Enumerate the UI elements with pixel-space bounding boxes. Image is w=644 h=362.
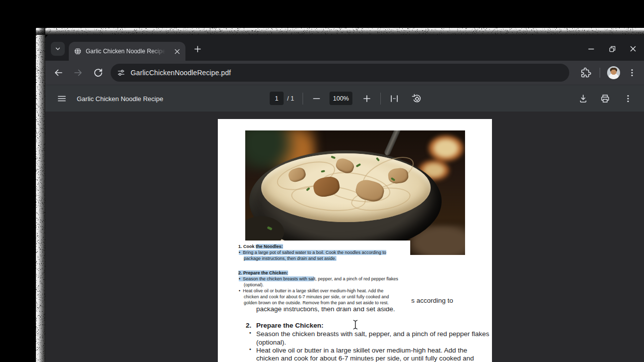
fit-width-icon — [389, 94, 399, 104]
preview-line: chicken and cook for about 6-7 minutes p… — [244, 294, 389, 300]
extensions-button[interactable] — [580, 67, 592, 79]
pdf-viewport[interactable]: s according to package instructions, the… — [45, 112, 644, 362]
chevron-down-icon — [54, 45, 61, 52]
screenshot-stage: Garlic Chicken Noodle Recipe — [0, 0, 644, 362]
minimize-icon — [588, 45, 595, 52]
download-icon — [578, 94, 588, 104]
forward-arrow-icon — [73, 68, 83, 78]
pdf-page: s according to package instructions, the… — [218, 119, 492, 362]
fit-to-width-button[interactable] — [388, 93, 400, 105]
preview-line: • Bring a large pot of salted water to a… — [239, 250, 386, 255]
preview-line: (optional). — [244, 282, 264, 288]
doc-line: Heat olive oil or butter in a large skil… — [256, 347, 467, 354]
tab-close-button[interactable] — [172, 47, 181, 56]
rotate-button[interactable] — [411, 93, 423, 105]
window-controls — [587, 42, 637, 56]
download-button[interactable] — [577, 93, 589, 105]
plus-icon — [362, 94, 371, 103]
tab-search-button[interactable] — [51, 42, 65, 56]
noise-fade — [36, 28, 45, 362]
page-number-input[interactable]: 1 — [270, 92, 284, 105]
pdf-menu-button[interactable] — [56, 93, 68, 105]
doc-line: Season the chicken breasts with salt, pe… — [256, 330, 489, 338]
back-button[interactable] — [53, 68, 63, 78]
plus-icon — [194, 45, 201, 53]
drag-selection-preview: 1. Cook the Noodles: • Bring a large pot… — [236, 241, 410, 307]
zoom-out-button[interactable] — [311, 93, 322, 105]
text-cursor-icon — [352, 319, 359, 330]
profile-button[interactable] — [607, 66, 620, 79]
forward-button[interactable] — [73, 68, 83, 78]
print-button[interactable] — [599, 93, 611, 105]
bullet-glyph: • — [249, 330, 251, 336]
window-restore-button[interactable] — [608, 45, 616, 53]
toolbar-right-cluster — [580, 61, 644, 85]
browser-menu-button[interactable] — [627, 68, 637, 78]
url-text: GarlicChickenNoodleRecipe.pdf — [131, 69, 231, 77]
pdf-document-title: Garlic Chicken Noodle Recipe — [77, 95, 163, 103]
doc-heading-number: 2. — [246, 322, 251, 329]
bullet-glyph: • — [249, 346, 251, 352]
pdf-toolbar: Garlic Chicken Noodle Recipe 1 / 1 100% — [45, 85, 644, 112]
page-count-label: / 1 — [287, 95, 294, 102]
rotate-ccw-icon — [411, 93, 422, 104]
preview-line: golden brown on the outside. Remove from… — [244, 300, 389, 306]
print-icon — [600, 94, 610, 104]
preview-line: 2. Prepare the Chicken: — [238, 270, 288, 276]
address-bar[interactable]: GarlicChickenNoodleRecipe.pdf — [111, 64, 569, 82]
preview-line: • Season the chicken breasts with salt, … — [239, 276, 398, 282]
puzzle-icon — [580, 67, 592, 79]
pdf-toolbar-separator — [380, 93, 381, 105]
window-close-button[interactable] — [629, 45, 637, 53]
window-minimize-button[interactable] — [587, 45, 595, 53]
browser-toolbar: GarlicChickenNoodleRecipe.pdf — [45, 61, 644, 85]
close-icon — [630, 45, 637, 52]
site-settings-icon — [117, 68, 126, 77]
kebab-menu-icon — [623, 94, 633, 104]
browser-tab[interactable]: Garlic Chicken Noodle Recipe — [69, 42, 185, 61]
preview-line: package instructions, then drain and set… — [244, 256, 336, 261]
reload-button[interactable] — [93, 68, 103, 78]
doc-heading: Prepare the Chicken: — [256, 322, 323, 329]
noise-fade — [36, 28, 644, 35]
preview-line: 1. Cook the Noodles: — [238, 244, 283, 249]
tab-title: Garlic Chicken Noodle Recipe — [86, 48, 165, 55]
back-arrow-icon — [53, 68, 63, 78]
kebab-menu-icon — [627, 68, 637, 78]
zoom-in-button[interactable] — [361, 93, 373, 105]
pdf-toolbar-separator — [303, 93, 303, 105]
close-icon — [174, 49, 180, 54]
doc-line: (optional). — [256, 339, 286, 346]
minus-icon — [312, 94, 321, 103]
globe-favicon-icon — [74, 47, 82, 55]
reload-icon — [93, 68, 103, 78]
doc-line-fragment: s according to — [411, 297, 453, 304]
tab-strip: Garlic Chicken Noodle Recipe — [45, 34, 644, 61]
browser-window: Garlic Chicken Noodle Recipe — [45, 34, 644, 362]
new-tab-button[interactable] — [190, 42, 204, 56]
restore-icon — [609, 45, 616, 53]
zoom-level-input[interactable]: 100% — [329, 92, 352, 105]
hamburger-icon — [57, 94, 66, 103]
avatar — [607, 66, 620, 79]
toolbar-separator — [600, 68, 600, 78]
pdf-more-button[interactable] — [622, 93, 634, 105]
preview-line: • Heat olive oil or butter in a large sk… — [239, 288, 383, 294]
doc-line: chicken and cook for about 6-7 minutes p… — [256, 355, 474, 362]
